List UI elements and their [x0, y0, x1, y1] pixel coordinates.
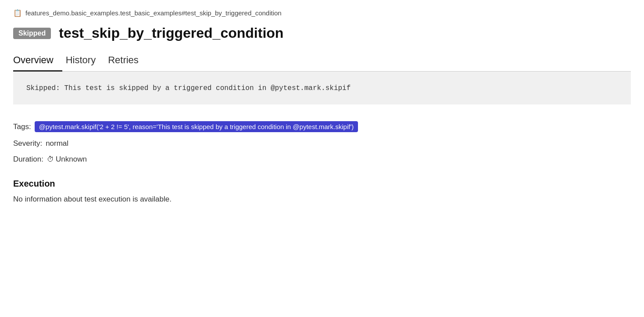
- skip-message-text: Skipped: This test is skipped by a trigg…: [26, 84, 351, 92]
- file-icon: 📋: [13, 9, 22, 17]
- duration-value: Unknown: [56, 155, 87, 164]
- skip-message-box: Skipped: This test is skipped by a trigg…: [13, 72, 631, 104]
- tabs-bar: Overview History Retries: [13, 51, 631, 72]
- tags-label: Tags:: [13, 122, 31, 131]
- clock-icon: ⏱: [47, 155, 54, 163]
- tab-history[interactable]: History: [62, 51, 104, 72]
- execution-heading: Execution: [13, 179, 631, 189]
- breadcrumb-text: features_demo.basic_examples.test_basic_…: [25, 9, 282, 17]
- tags-row: Tags: @pytest.mark.skipif('2 + 2 != 5', …: [13, 121, 631, 132]
- tab-retries[interactable]: Retries: [104, 51, 147, 72]
- status-badge: Skipped: [13, 28, 51, 39]
- title-area: Skipped test_skip_by_triggered_condition: [13, 25, 631, 41]
- tag-badge: @pytest.mark.skipif('2 + 2 != 5', reason…: [35, 121, 358, 132]
- content-area: Skipped: This test is skipped by a trigg…: [13, 72, 631, 204]
- severity-label: Severity:: [13, 139, 42, 148]
- duration-row: Duration: ⏱ Unknown: [13, 155, 631, 164]
- severity-row: Severity: normal: [13, 139, 631, 148]
- duration-label: Duration:: [13, 155, 43, 164]
- execution-section: Execution No information about test exec…: [13, 179, 631, 204]
- breadcrumb: 📋 features_demo.basic_examples.test_basi…: [13, 9, 631, 17]
- severity-value: normal: [46, 139, 68, 148]
- page-title: test_skip_by_triggered_condition: [59, 25, 283, 41]
- no-info-text: No information about test execution is a…: [13, 195, 631, 204]
- details-section: Tags: @pytest.mark.skipif('2 + 2 != 5', …: [13, 117, 631, 175]
- tab-overview[interactable]: Overview: [13, 51, 62, 72]
